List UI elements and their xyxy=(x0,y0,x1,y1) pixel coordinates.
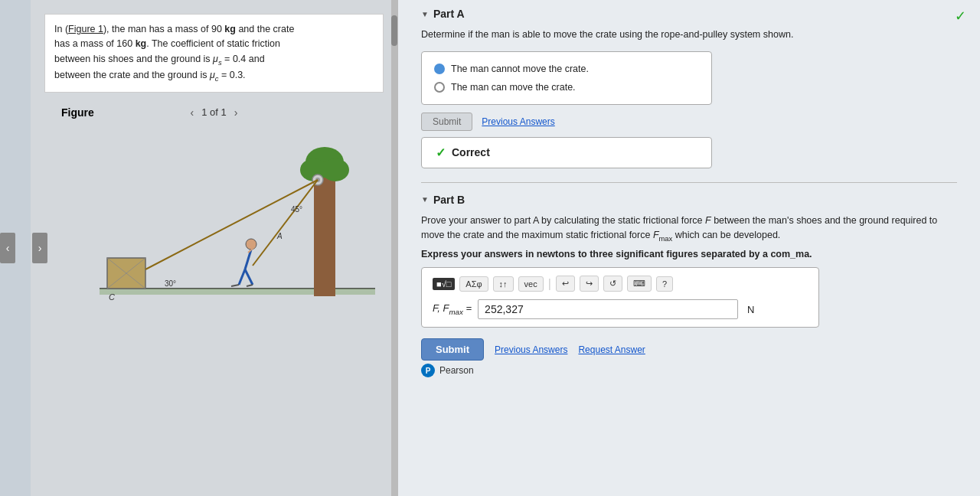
nav-right-arrow[interactable]: › xyxy=(32,233,47,263)
option-2-row[interactable]: The man can move the crate. xyxy=(434,78,699,96)
svg-point-10 xyxy=(322,158,349,181)
figure-next-btn[interactable]: › xyxy=(233,106,240,119)
options-box: The man cannot move the crate. The man c… xyxy=(421,51,712,105)
svg-line-13 xyxy=(145,180,318,269)
svg-text:A: A xyxy=(276,232,283,240)
input-row: F, Fmax = N xyxy=(433,299,808,319)
redo-btn[interactable]: ↪ xyxy=(580,276,599,292)
svg-rect-7 xyxy=(314,174,335,296)
section-divider xyxy=(421,182,957,183)
part-a-previous-answers-link[interactable]: Previous Answers xyxy=(482,116,554,127)
pearson-text: Pearson xyxy=(439,365,474,376)
svg-line-21 xyxy=(245,269,253,285)
figure-label: Figure xyxy=(61,106,94,119)
figure-prev-btn[interactable]: ‹ xyxy=(189,106,196,119)
part-b-title: Part B xyxy=(433,194,465,206)
problem-line1: In (Figure 1), the man has a mass of 90 … xyxy=(54,24,294,34)
svg-line-20 xyxy=(239,269,245,285)
pearson-row: P Pearson xyxy=(421,364,957,377)
svg-text:45°: 45° xyxy=(291,205,302,214)
nav-left-arrow[interactable]: ‹ xyxy=(0,233,15,263)
answer-box: ■√□ AΣφ ↕↑ vec | ↩ ↪ ↺ ⌨ ? F, Fmax = N xyxy=(421,267,819,328)
scroll-thumb[interactable] xyxy=(391,15,397,46)
figure-illustration: C 30° 45° A xyxy=(54,128,375,312)
left-panel: In (Figure 1), the man has a mass of 90 … xyxy=(31,0,398,496)
part-a-submit-row: Submit Previous Answers xyxy=(421,113,957,131)
svg-text:C: C xyxy=(109,292,115,302)
part-a-submit-btn[interactable]: Submit xyxy=(421,113,472,131)
figure-page: 1 of 1 xyxy=(201,106,227,118)
toolbar-sep1: | xyxy=(548,277,551,291)
correct-check-icon: ✓ xyxy=(436,145,446,160)
answer-input[interactable] xyxy=(478,299,738,319)
part-b-header: ▼ Part B xyxy=(421,194,957,206)
matrix-icon-btn[interactable]: ■√□ xyxy=(433,278,455,290)
part-b-text1: Prove your answer to part A by calculati… xyxy=(421,214,957,244)
request-answer-link[interactable]: Request Answer xyxy=(578,344,645,355)
part-b-express: Express your answers in newtons to three… xyxy=(421,249,957,259)
part-a-question: Determine if the man is able to move the… xyxy=(421,28,942,42)
unit-label: N xyxy=(747,304,754,315)
input-label: F, Fmax = xyxy=(433,302,472,316)
aso-btn[interactable]: AΣφ xyxy=(459,276,488,292)
part-a-section: ▼ Part A Determine if the man is able to… xyxy=(421,8,957,168)
svg-line-22 xyxy=(231,285,239,286)
svg-text:30°: 30° xyxy=(165,279,176,288)
scrollbar[interactable] xyxy=(391,0,397,496)
problem-line3: between his shoes and the ground is μs =… xyxy=(54,54,265,64)
svg-line-14 xyxy=(253,180,318,266)
svg-point-17 xyxy=(246,239,256,250)
option-1-row[interactable]: The man cannot move the crate. xyxy=(434,60,699,78)
option-1-label: The man cannot move the crate. xyxy=(451,64,589,74)
part-b-section: ▼ Part B Prove your answer to part A by … xyxy=(421,194,957,377)
toolbar-row: ■√□ AΣφ ↕↑ vec | ↩ ↪ ↺ ⌨ ? xyxy=(433,276,808,292)
part-a-triangle[interactable]: ▼ xyxy=(421,10,429,18)
problem-line4: between the crate and the ground is μc =… xyxy=(54,70,246,80)
correct-label: Correct xyxy=(452,146,490,158)
part-b-bottom-row: Submit Previous Answers Request Answer xyxy=(421,338,957,361)
figure-nav: ‹ 1 of 1 › xyxy=(189,106,240,119)
pearson-logo: P xyxy=(421,364,435,377)
part-a-title: Part A xyxy=(433,8,465,20)
refresh-btn[interactable]: ↺ xyxy=(603,276,622,292)
part-b-triangle[interactable]: ▼ xyxy=(421,195,429,204)
problem-line2: has a mass of 160 kg. The coefficient of… xyxy=(54,38,280,49)
correct-box: ✓ Correct xyxy=(421,137,712,168)
option-2-radio[interactable] xyxy=(434,82,445,93)
vec-btn[interactable]: vec xyxy=(518,276,544,292)
keyboard-btn[interactable]: ⌨ xyxy=(627,276,652,292)
part-a-header: ▼ Part A xyxy=(421,8,957,20)
part-b-previous-answers-link[interactable]: Previous Answers xyxy=(495,344,567,355)
help-btn[interactable]: ? xyxy=(656,276,673,292)
arrows-btn[interactable]: ↕↑ xyxy=(493,276,514,292)
undo-btn[interactable]: ↩ xyxy=(556,276,575,292)
top-checkmark-icon: ✓ xyxy=(955,8,966,24)
right-panel: ✓ ▼ Part A Determine if the man is able … xyxy=(398,0,980,496)
part-b-submit-btn[interactable]: Submit xyxy=(421,338,484,361)
option-1-radio[interactable] xyxy=(434,64,445,74)
option-2-label: The man can move the crate. xyxy=(451,82,576,93)
svg-line-23 xyxy=(247,285,253,286)
problem-text: In (Figure 1), the man has a mass of 90 … xyxy=(44,14,384,93)
figure-area: Figure ‹ 1 of 1 › C 30° xyxy=(31,100,397,496)
